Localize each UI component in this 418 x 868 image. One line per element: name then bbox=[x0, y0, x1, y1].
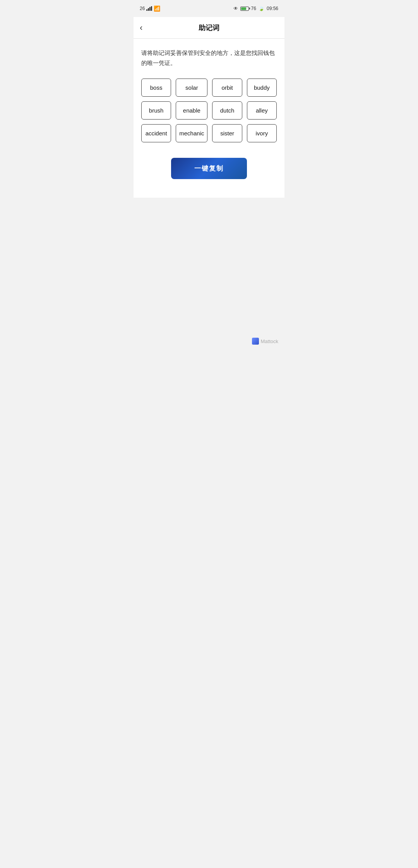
battery-indicator bbox=[240, 7, 249, 11]
copy-button-container: 一键复制 bbox=[141, 155, 277, 188]
bottom-area: Mattock bbox=[134, 198, 284, 352]
back-button[interactable]: ‹ bbox=[140, 23, 142, 33]
header: ‹ 助记词 bbox=[134, 17, 284, 39]
word-card: orbit bbox=[212, 79, 242, 97]
word-card: dutch bbox=[212, 101, 242, 120]
word-card: brush bbox=[141, 101, 171, 120]
leaf-icon: 🍃 bbox=[259, 6, 264, 11]
word-card: alley bbox=[247, 101, 277, 120]
status-right: 👁 76 🍃 09:56 bbox=[233, 6, 278, 11]
word-card: sister bbox=[212, 124, 242, 142]
back-icon: ‹ bbox=[140, 23, 142, 33]
status-bar: 26 📶 👁 76 🍃 09:56 bbox=[134, 0, 284, 17]
signal-text: 26 bbox=[140, 6, 145, 11]
mnemonic-words-grid: bosssolarorbitbuddybrushenabledutchalley… bbox=[141, 79, 277, 142]
word-card: accident bbox=[141, 124, 171, 142]
word-card: mechanic bbox=[176, 124, 207, 142]
signal-icon bbox=[146, 6, 152, 11]
eye-icon: 👁 bbox=[233, 6, 238, 11]
watermark-logo bbox=[252, 338, 259, 345]
time-display: 09:56 bbox=[267, 6, 278, 11]
watermark: Mattock bbox=[252, 338, 278, 345]
battery-level: 76 bbox=[251, 6, 256, 11]
main-content: 请将助记词妥善保管到安全的地方，这是您找回钱包的唯一凭证。 bosssolaro… bbox=[134, 39, 284, 198]
wifi-icon: 📶 bbox=[154, 5, 160, 12]
word-card: buddy bbox=[247, 79, 277, 97]
word-card: ivory bbox=[247, 124, 277, 142]
page-title: 助记词 bbox=[199, 23, 219, 32]
word-card: boss bbox=[141, 79, 171, 97]
description-text: 请将助记词妥善保管到安全的地方，这是您找回钱包的唯一凭证。 bbox=[141, 48, 277, 68]
copy-button[interactable]: 一键复制 bbox=[171, 158, 247, 179]
word-card: enable bbox=[176, 101, 207, 120]
watermark-text: Mattock bbox=[260, 338, 278, 344]
status-left: 26 📶 bbox=[140, 5, 160, 12]
word-card: solar bbox=[176, 79, 207, 97]
